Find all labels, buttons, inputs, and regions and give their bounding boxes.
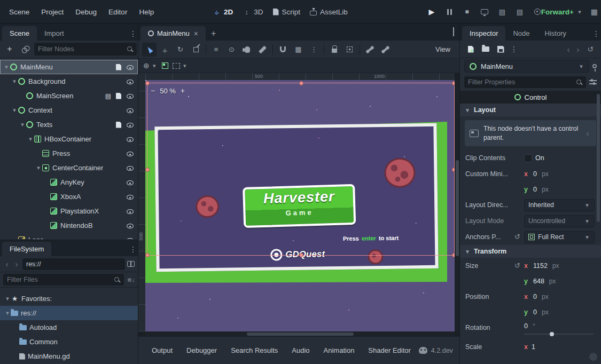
distraction-free-button[interactable]: [453, 28, 454, 36]
filter-files-field[interactable]: [3, 274, 124, 286]
bottom-tab-audio[interactable]: Audio: [286, 343, 315, 358]
collapse-arrow[interactable]: ▾: [11, 78, 18, 85]
filter-properties-field[interactable]: [464, 76, 586, 88]
scene-tab-mainmenu[interactable]: MainMenu ×: [141, 26, 206, 41]
inspected-node-dropdown[interactable]: MainMenu ▾: [464, 60, 589, 73]
menu-project[interactable]: Project: [35, 0, 69, 23]
pan-tool[interactable]: [240, 43, 254, 57]
tab-filesystem[interactable]: FileSystem: [2, 242, 51, 256]
fs-item-res-root[interactable]: ▾ res://: [0, 306, 138, 320]
anchors-preset-dropdown[interactable]: Full Rect ▾: [524, 231, 595, 243]
collapse-arrow[interactable]: ▾: [35, 164, 42, 171]
visibility-eye-icon[interactable]: [126, 78, 135, 85]
region-select-menu[interactable]: ▾: [173, 62, 188, 69]
tree-node-hboxcontainer[interactable]: ▾ HBoxContainer: [0, 132, 138, 146]
path-field[interactable]: [22, 258, 125, 270]
visibility-eye-icon[interactable]: [126, 179, 135, 186]
tree-node-nintendob[interactable]: NintendoB: [0, 218, 138, 233]
tab-history[interactable]: History: [537, 26, 574, 41]
pause-button[interactable]: [442, 5, 456, 19]
stop-button[interactable]: ■: [460, 5, 474, 19]
workspace-script[interactable]: Script: [273, 8, 301, 16]
ruler-tool[interactable]: [255, 43, 270, 57]
zoom-out-button[interactable]: −: [151, 86, 155, 95]
selection-handle[interactable]: [145, 168, 150, 172]
tree-node-centercontainer[interactable]: ▾ CenterContainer: [0, 161, 138, 175]
snap-options-kebab[interactable]: ⋮: [307, 43, 321, 57]
bottom-tab-animation[interactable]: Animation: [318, 343, 361, 358]
collapse-arrow[interactable]: ▾: [4, 295, 11, 302]
close-icon[interactable]: ×: [194, 29, 198, 38]
horizontal-scrollbar[interactable]: [145, 331, 455, 336]
collapse-arrow[interactable]: ▾: [27, 136, 34, 143]
sort-files-button[interactable]: ≡↓: [127, 276, 135, 284]
tree-node-playstationx[interactable]: PlaystationX: [0, 204, 138, 218]
workspace-3d[interactable]: ↕ 3D: [243, 8, 263, 16]
select-tool[interactable]: [142, 43, 157, 57]
2d-canvas[interactable]: Harvester Game Press enter to start GDQu…: [145, 80, 455, 331]
tree-node-logo[interactable]: Logo: [0, 233, 138, 239]
lock-button[interactable]: [327, 43, 341, 57]
tree-node-xboxa[interactable]: XboxA: [0, 189, 138, 204]
visibility-eye-icon[interactable]: [126, 136, 135, 143]
menu-editor[interactable]: Editor: [103, 0, 133, 23]
visibility-eye-icon[interactable]: [126, 164, 135, 172]
inspector-scrollbar[interactable]: [597, 92, 600, 363]
group-button[interactable]: [342, 43, 357, 57]
size-y-field[interactable]: 648: [533, 278, 544, 285]
instance-scene-button[interactable]: [19, 43, 32, 56]
bottom-tab-shader-editor[interactable]: Shader Editor: [362, 343, 417, 358]
inspector-options-kebab[interactable]: ⋮: [591, 29, 601, 38]
slider-knob[interactable]: [550, 332, 554, 336]
script-icon[interactable]: [116, 93, 121, 99]
remote-debug-button[interactable]: [478, 5, 491, 19]
collapse-arrow[interactable]: ▾: [19, 121, 26, 128]
section-transform[interactable]: ▾ Transform: [460, 245, 601, 258]
visibility-eye-icon[interactable]: [126, 208, 135, 215]
bottom-tab-search-results[interactable]: Search Results: [225, 343, 284, 358]
filter-files-input[interactable]: [7, 276, 111, 283]
scrollbar-thumb[interactable]: [247, 333, 354, 336]
size-x-field[interactable]: 1152: [533, 262, 548, 270]
layout-direction-dropdown[interactable]: Inherited ▾: [524, 199, 595, 211]
load-resource-button[interactable]: [479, 43, 492, 56]
fs-item-favorites[interactable]: ▾ ★ Favorites:: [0, 291, 138, 306]
filesystem-options-kebab[interactable]: ⋮: [128, 245, 138, 254]
script-icon[interactable]: [116, 64, 121, 70]
rotation-field[interactable]: 0: [524, 322, 528, 330]
update-spinner-icon[interactable]: ▦: [591, 0, 598, 23]
tree-node-press[interactable]: Press: [0, 146, 138, 161]
filter-nodes-input[interactable]: [38, 45, 124, 53]
fs-item-common[interactable]: Common: [0, 335, 138, 349]
object-history-button[interactable]: ↺: [584, 43, 597, 56]
section-layout[interactable]: ▾ Layout: [460, 104, 601, 116]
add-node-button[interactable]: +: [3, 43, 16, 56]
smart-snap-toggle[interactable]: [276, 43, 290, 57]
position-y-field[interactable]: 0: [533, 308, 537, 316]
resource-options-kebab[interactable]: ⋮: [509, 45, 519, 53]
menu-debug[interactable]: Debug: [69, 0, 103, 23]
grid-snap-toggle[interactable]: ▦: [291, 43, 306, 57]
tab-inspector[interactable]: Inspector: [462, 26, 505, 41]
save-resource-button[interactable]: [494, 43, 507, 56]
play-scene-button[interactable]: ▤: [495, 5, 509, 19]
script-icon[interactable]: [116, 122, 121, 128]
position-x-field[interactable]: 0: [533, 293, 537, 300]
warning-collapse-chevron[interactable]: ‹: [584, 129, 591, 138]
selection-handle[interactable]: [145, 253, 150, 257]
new-resource-button[interactable]: [464, 43, 477, 56]
tree-node-background[interactable]: ▾ Background: [0, 74, 138, 89]
fs-item-mainmenu-gd[interactable]: MainMenu.gd: [0, 349, 138, 363]
tab-scene[interactable]: Scene: [2, 26, 37, 41]
skeleton-options-button[interactable]: [378, 43, 393, 57]
tree-node-context[interactable]: ▾ Context: [0, 103, 138, 117]
layout-warning[interactable]: This node doesn't have a control parent.…: [465, 120, 596, 146]
tab-import[interactable]: Import: [37, 26, 72, 41]
scrollbar-thumb[interactable]: [456, 160, 459, 256]
tree-node-anykey[interactable]: AnyKey: [0, 175, 138, 189]
visibility-eye-icon[interactable]: [126, 193, 135, 201]
visibility-eye-icon[interactable]: [126, 150, 135, 157]
zoom-in-button[interactable]: +: [181, 86, 185, 95]
menu-scene[interactable]: Scene: [3, 0, 35, 23]
tab-node[interactable]: Node: [505, 26, 537, 41]
